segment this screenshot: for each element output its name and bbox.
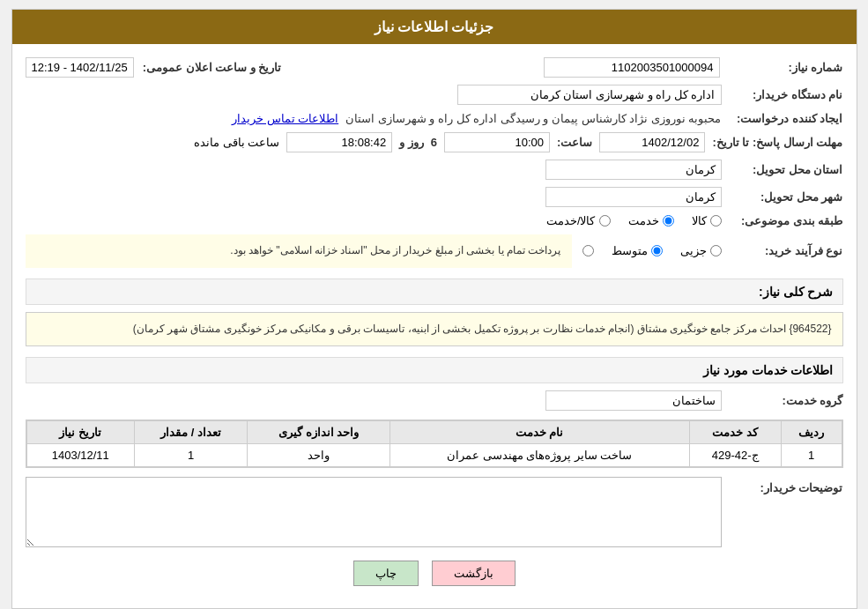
label-motavasset: متوسط: [612, 244, 648, 257]
namdastgah-row: نام دستگاه خریدار: اداره کل راه و شهرساز…: [26, 85, 843, 105]
mohlat-rooz-label: روز و: [399, 136, 424, 149]
table-row: 1 ج-42-429 ساخت سایر پروژه‌های مهندسی عم…: [26, 444, 842, 467]
ejad-row: ایجاد کننده درخواست: محبوبه نوروزی نژاد …: [26, 112, 843, 125]
tarikh-value: 1402/11/25 - 12:19: [26, 57, 134, 78]
sharh-kolli-title: شرح کلی نیاز:: [26, 279, 843, 305]
shahr-row: شهر محل تحویل: کرمان: [26, 187, 843, 207]
col-vahed: واحد اندازه گیری: [248, 421, 390, 444]
shomare-label: شماره نیاز:: [729, 61, 843, 74]
shomare-value: 1102003501000094: [544, 57, 720, 78]
cell-vahed: واحد: [248, 444, 390, 467]
cell-tarikh: 1403/12/11: [26, 444, 135, 467]
label-kala: کالا: [692, 214, 707, 227]
col-tarikh: تاریخ نیاز: [26, 421, 135, 444]
services-table: ردیف کد خدمت نام خدمت واحد اندازه گیری ت…: [26, 420, 842, 467]
label-khadamat: خدمت: [628, 214, 659, 227]
mohlat-saat-label: ساعت:: [557, 136, 592, 149]
label-kala-khadamat: کالا/خدمت: [546, 214, 596, 227]
mohlat-mande: 18:08:42: [286, 132, 392, 152]
ostan-label: استان محل تحویل:: [729, 163, 843, 176]
tosif-label: توضیحات خریدار:: [729, 477, 843, 494]
print-button[interactable]: چاپ: [353, 561, 419, 586]
tabaqe-radio-group: کالا خدمت کالا/خدمت: [546, 214, 722, 227]
group-khadamat-label: گروه خدمت:: [729, 394, 843, 407]
tabaqe-label: طبقه بندی موضوعی:: [729, 214, 843, 227]
back-button[interactable]: بازگشت: [432, 561, 516, 586]
radio-motavasset[interactable]: [651, 245, 663, 256]
cell-tedad: 1: [135, 444, 248, 467]
tosif-row: توضیحات خریدار:: [26, 477, 843, 547]
col-kod: کد خدمت: [689, 421, 781, 444]
col-radif: ردیف: [781, 421, 842, 444]
tabaqe-kala-khadamat: کالا/خدمت: [546, 214, 611, 227]
noe-farayand-note: پرداخت تمام یا بخشی از مبلغ خریدار از مح…: [26, 234, 572, 268]
ejad-link[interactable]: اطلاعات تماس خریدار: [232, 112, 338, 125]
col-naam: نام خدمت: [389, 421, 689, 444]
services-table-container: ردیف کد خدمت نام خدمت واحد اندازه گیری ت…: [26, 420, 843, 468]
ostan-row: استان محل تحویل: کرمان: [26, 160, 843, 180]
page-title: جزئیات اطلاعات نیاز: [375, 19, 494, 34]
page-header: جزئیات اطلاعات نیاز: [12, 10, 857, 44]
group-khadamat-row: گروه خدمت: ساختمان: [26, 390, 843, 411]
mohlat-label: مهلت ارسال پاسخ: تا تاریخ:: [712, 136, 842, 149]
radio-empty[interactable]: [582, 245, 594, 256]
tarikh-label: تاریخ و ساعت اعلان عمومی:: [143, 61, 282, 74]
noe-farayand-label: نوع فرآیند خرید:: [729, 244, 843, 257]
table-header-row: ردیف کد خدمت نام خدمت واحد اندازه گیری ت…: [26, 421, 842, 444]
mohlat-rooz: 6: [431, 136, 437, 149]
label-jozi: جزیی: [680, 244, 707, 257]
tosif-textarea[interactable]: [26, 477, 722, 547]
noe-motavasset: متوسط: [612, 244, 663, 257]
radio-kala[interactable]: [710, 215, 722, 227]
shahr-value: کرمان: [545, 187, 722, 207]
noe-farayand-radio-group: جزیی متوسط: [579, 244, 722, 257]
ejad-label: ایجاد کننده درخواست:: [729, 112, 843, 125]
mohlat-saat: 10:00: [444, 132, 550, 152]
cell-radif: 1: [781, 444, 842, 467]
radio-kala-khadamat[interactable]: [599, 215, 611, 227]
noe-jozi: جزیی: [680, 244, 722, 257]
mohlat-date: 1402/12/02: [599, 132, 705, 152]
ejad-value: محبوبه نوروزی نژاد کارشناس پیمان و رسیدگ…: [345, 112, 721, 125]
radio-jozi[interactable]: [710, 245, 722, 256]
namdastgah-value: اداره کل راه و شهرسازی استان کرمان: [457, 85, 722, 105]
page-container: جزئیات اطلاعات نیاز شماره نیاز: 11020035…: [11, 9, 857, 609]
group-khadamat-value: ساختمان: [545, 390, 722, 411]
tabaqe-khadamat: خدمت: [628, 214, 674, 227]
cell-naam: ساخت سایر پروژه‌های مهندسی عمران: [389, 444, 689, 467]
content-area: شماره نیاز: 1102003501000094 تاریخ و ساع…: [12, 44, 857, 608]
sharh-kolli-label: شرح کلی نیاز:: [759, 285, 833, 299]
mohlat-row: مهلت ارسال پاسخ: تا تاریخ: 1402/12/02 سا…: [26, 132, 843, 152]
shahr-label: شهر محل تحویل:: [729, 190, 843, 204]
sharh-kolli-value: {964522} احداث مرکز جامع خونگیری مشتاق (…: [26, 312, 843, 347]
namdastgah-label: نام دستگاه خریدار:: [729, 88, 843, 101]
etelaat-khadamat-title: اطلاعات خدمات مورد نیاز: [26, 357, 843, 383]
button-row: بازگشت چاپ: [26, 561, 843, 586]
tabaqe-row: طبقه بندی موضوعی: کالا خدمت کالا/خدمت: [26, 214, 843, 227]
mohlat-mande-label: ساعت باقی مانده: [194, 136, 279, 149]
ostan-value: کرمان: [545, 160, 722, 180]
tabaqe-kala: کالا: [692, 214, 722, 227]
cell-kod: ج-42-429: [689, 444, 781, 467]
radio-khadamat[interactable]: [663, 215, 674, 227]
col-tedad: تعداد / مقدار: [135, 421, 248, 444]
noe-empty: [579, 245, 594, 256]
noe-farayand-row: نوع فرآیند خرید: جزیی متوسط پرداخت تمام …: [26, 234, 843, 268]
shomare-row: شماره نیاز: 1102003501000094 تاریخ و ساع…: [26, 57, 843, 78]
